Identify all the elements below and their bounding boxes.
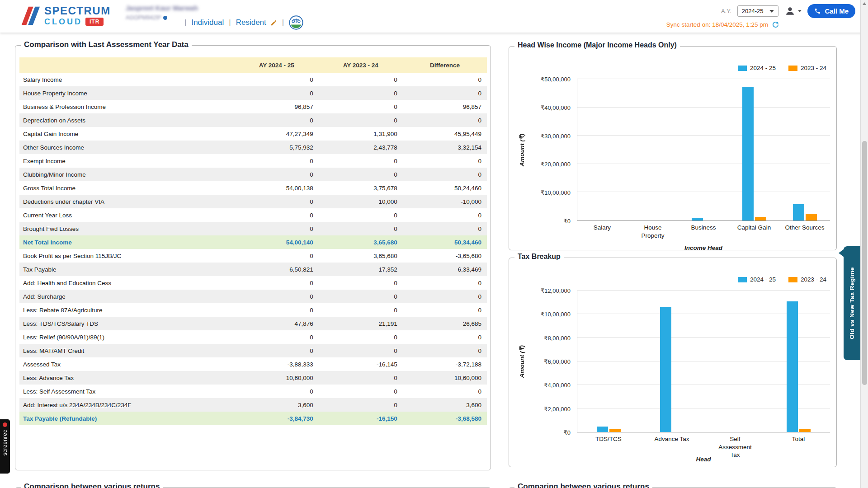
edit-pencil-icon[interactable] xyxy=(270,19,277,26)
scroll-up-button[interactable] xyxy=(861,0,868,7)
bar-group xyxy=(628,79,679,221)
row-value: -3,88,333 xyxy=(235,357,319,371)
bar-group xyxy=(577,291,641,432)
table-row: Depreciation on Assets000 xyxy=(19,113,487,127)
row-value: 0 xyxy=(319,168,403,181)
chart-legend: 2024 - 252023 - 24 xyxy=(738,276,826,283)
y-tick-label: ₹40,00,000 xyxy=(541,104,571,111)
spectrum-logo: SPECTRUM CLOUD ITR xyxy=(18,5,111,26)
bars-container xyxy=(577,79,830,221)
row-value: 3,75,678 xyxy=(319,181,403,195)
table-header-row: AY 2024 - 25 AY 2023 - 24 Difference xyxy=(19,57,487,73)
plot-area xyxy=(577,79,830,221)
y-tick-label: ₹8,00,000 xyxy=(544,334,571,341)
col-header-ay2324: AY 2023 - 24 xyxy=(319,57,403,73)
old-vs-new-tax-regime-tab[interactable]: Old vs New Tax Regime xyxy=(844,246,860,360)
bar-2023-24 xyxy=(799,429,811,432)
header-right: A.Y. 2024-25 Call Me xyxy=(666,4,855,28)
x-tick-label: Other Sources xyxy=(779,224,830,239)
bar-2024-25 xyxy=(597,427,608,432)
y-tick-label: ₹6,00,000 xyxy=(544,358,571,365)
row-value: 0 xyxy=(235,330,319,344)
profile-menu-button[interactable] xyxy=(784,5,802,17)
table-row: Less: Self Assessment Tax000 xyxy=(19,385,487,398)
row-label: Less: TDS/TCS/Salary TDS xyxy=(19,317,235,330)
row-value: 0 xyxy=(403,290,487,303)
table-row: Tax Payable6,50,82117,3526,33,469 xyxy=(19,263,487,276)
row-value: 0 xyxy=(319,290,403,303)
pan-verified-icon xyxy=(163,16,167,20)
y-axis-title: Amount (₹) xyxy=(517,79,527,221)
table-row: Less: TDS/TCS/Salary TDS47,87621,19126,6… xyxy=(19,317,487,330)
x-tick-label: House Property xyxy=(627,224,678,239)
legend-label: 2024 - 25 xyxy=(750,65,776,71)
table-row: Less: MAT/AMT Credit000 xyxy=(19,344,487,357)
row-label: Salary Income xyxy=(19,73,235,86)
x-tick-label: Capital Gain xyxy=(729,224,779,239)
x-axis-ticks: SalaryHouse PropertyBusinessCapital Gain… xyxy=(577,224,830,239)
screenrec-widget[interactable]: screenrec xyxy=(0,419,10,474)
row-value: -3,84,730 xyxy=(235,412,319,425)
table-row: Deductions under chapter VIA010,000-10,0… xyxy=(19,195,487,208)
row-value: -3,68,580 xyxy=(403,412,487,425)
row-value: 0 xyxy=(403,168,487,181)
call-me-button[interactable]: Call Me xyxy=(807,4,855,18)
row-value: 45,95,449 xyxy=(403,127,487,141)
row-value: 96,857 xyxy=(235,100,319,113)
chevron-down-icon xyxy=(769,10,774,13)
scrollbar-thumb[interactable] xyxy=(862,141,867,385)
bar-group xyxy=(704,291,767,432)
scrollbar[interactable] xyxy=(860,0,868,488)
bar-2024-25 xyxy=(692,218,703,221)
row-label: Less: Self Assessment Tax xyxy=(19,385,235,398)
table-row: Exempt Income000 xyxy=(19,154,487,168)
row-value: 0 xyxy=(403,276,487,290)
col-header-ay2425: AY 2024 - 25 xyxy=(235,57,319,73)
row-value: 3,65,680 xyxy=(319,235,403,249)
table-row: Less: Rebate 87A/Agriculture000 xyxy=(19,303,487,317)
row-value: -10,000 xyxy=(403,195,487,208)
row-value: 0 xyxy=(235,86,319,100)
page: SPECTRUM CLOUD ITR Jaspreet Kaur Marwah … xyxy=(0,0,868,488)
screenrec-label: screenrec xyxy=(2,430,8,455)
row-value: 0 xyxy=(235,208,319,222)
row-value: 0 xyxy=(403,303,487,317)
row-value: 0 xyxy=(235,290,319,303)
row-value: 0 xyxy=(403,330,487,344)
table-row: Business & Profession Income96,857096,85… xyxy=(19,100,487,113)
legend-swatch-icon xyxy=(738,277,747,282)
row-value: 0 xyxy=(403,385,487,398)
col-header-empty xyxy=(19,57,235,73)
row-value: 0 xyxy=(319,113,403,127)
separator: | xyxy=(184,18,186,27)
head-wise-income-panel: Head Wise Income (Major Income Heads Onl… xyxy=(509,46,837,250)
y-tick-label: ₹2,00,000 xyxy=(544,405,571,412)
comparison-panel: Comparison with Last Assessment Year Dat… xyxy=(15,45,491,470)
x-tick-label: Business xyxy=(678,224,729,239)
sync-status: Sync started on: 18/04/2025, 1:25 pm xyxy=(666,21,779,28)
x-tick-label: Salary xyxy=(577,224,627,239)
row-value: 0 xyxy=(319,398,403,412)
comparison-table: AY 2024 - 25 AY 2023 - 24 Difference Sal… xyxy=(19,57,487,425)
row-label: Business & Profession Income xyxy=(19,100,235,113)
x-axis-title: Income Head xyxy=(577,244,830,251)
phone-icon xyxy=(814,8,821,14)
table-row: Less: Advance Tax10,60,000010,60,000 xyxy=(19,371,487,385)
assessment-year-dropdown[interactable]: 2024-25 xyxy=(737,5,779,17)
y-tick-label: ₹10,00,000 xyxy=(541,189,571,196)
row-label: Assessed Tax xyxy=(19,357,235,371)
row-label: Net Total Income xyxy=(19,235,235,249)
legend-label: 2024 - 25 xyxy=(750,276,776,283)
y-tick-label: ₹10,00,000 xyxy=(541,311,571,318)
row-value: 1,31,900 xyxy=(319,127,403,141)
refresh-icon[interactable] xyxy=(772,21,779,28)
person-icon xyxy=(784,5,796,17)
chart-legend: 2024 - 252023 - 24 xyxy=(738,65,826,71)
y-axis-ticks: ₹0₹2,00,000₹4,00,000₹6,00,000₹8,00,000₹1… xyxy=(527,291,574,432)
row-value: 2,43,778 xyxy=(319,141,403,154)
app-header: SPECTRUM CLOUD ITR Jaspreet Kaur Marwah … xyxy=(0,0,868,33)
comparison-panel-title: Comparison with Last Assessment Year Dat… xyxy=(21,40,192,49)
table-row: Less: Relief (90/90A/91)/89(1)000 xyxy=(19,330,487,344)
row-value: 0 xyxy=(319,330,403,344)
row-value: 0 xyxy=(319,86,403,100)
